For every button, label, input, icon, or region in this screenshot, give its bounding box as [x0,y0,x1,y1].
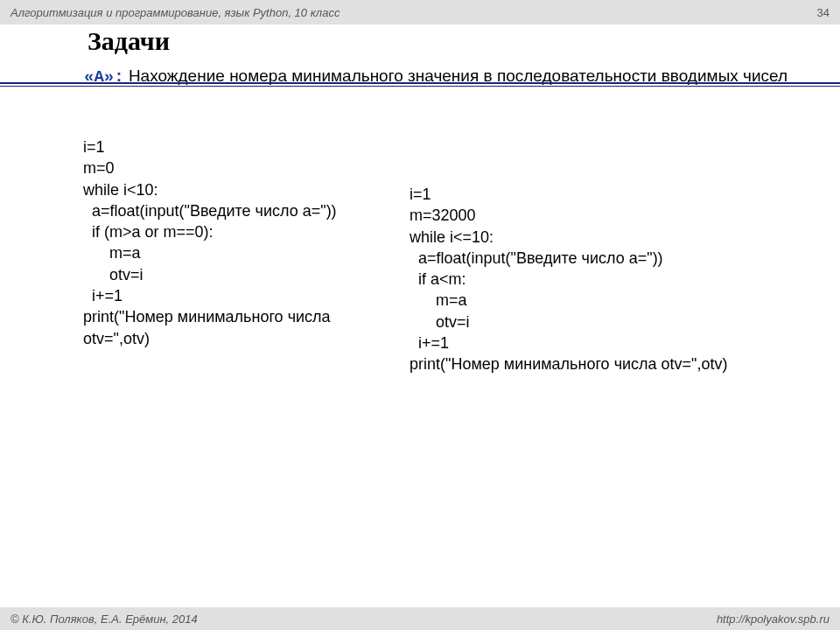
code-block-left: i=1 m=0 while i<10: a=float(input("Введи… [83,136,398,349]
code-block-right: i=1 m=32000 while i<=10: a=float(input("… [410,184,742,375]
header-bar: Алгоритмизация и программирование, язык … [0,0,840,24]
footer-url: http://kpolyakov.spb.ru [717,612,830,626]
footer-bar: © К.Ю. Поляков, Е.А. Ерёмин, 2014 http:/… [0,607,840,630]
page-number: 34 [817,6,830,19]
divider-line [0,82,840,84]
header-title: Алгоритмизация и программирование, язык … [10,6,340,19]
slide-title: Задачи [88,26,170,56]
footer-copyright: © К.Ю. Поляков, Е.А. Ерёмин, 2014 [10,612,198,626]
divider-line-thin [0,86,840,87]
